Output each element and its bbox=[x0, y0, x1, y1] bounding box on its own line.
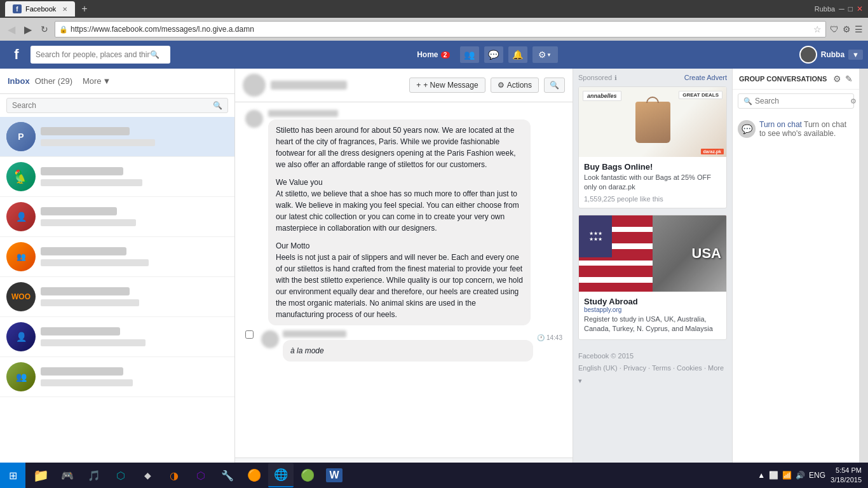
taskbar-volume-icon[interactable]: 🔊 bbox=[796, 471, 805, 480]
taskbar-item-arduino[interactable]: ⬡ bbox=[108, 463, 133, 487]
profile-avatar-nav[interactable] bbox=[799, 46, 817, 64]
taskbar-item-file-explorer[interactable]: 📁 bbox=[28, 463, 53, 487]
shield-icon-btn[interactable]: 🛡 bbox=[830, 24, 839, 34]
contact-avatar-7: 👥 bbox=[6, 362, 36, 391]
friends-icon-box[interactable]: 👥 bbox=[460, 46, 479, 63]
messages-panel: Inbox Other (29) More ▼ 🔍 P bbox=[0, 69, 235, 488]
message-content-2: à la mode bbox=[283, 330, 533, 362]
contact-preview-blurred-2 bbox=[41, 179, 142, 186]
group-conv-header: GROUP CONVERSATIONS ⚙ ✎ bbox=[733, 69, 859, 90]
footer-link-language[interactable]: English (UK) bbox=[578, 364, 618, 372]
more-tab[interactable]: More ▼ bbox=[83, 76, 111, 86]
new-message-button[interactable]: + + New Message bbox=[409, 78, 485, 93]
list-item[interactable]: 👥 bbox=[0, 237, 234, 277]
conversation-panel: + + New Message ⚙ Actions 🔍 Stiletto has… bbox=[235, 69, 573, 488]
conversation-body: Stiletto has been around for about 50 ye… bbox=[235, 102, 573, 458]
notifications-icon-box[interactable]: 🔔 bbox=[508, 46, 527, 63]
ad-body-bags: Buy Bags Online! Look fantastic with our… bbox=[579, 157, 726, 208]
facebook-nav-center: Home 2 👥 💬 🔔 ⚙ ▼ bbox=[170, 46, 799, 63]
group-conv-search-input[interactable] bbox=[755, 97, 850, 105]
actions-button[interactable]: ⚙ Actions bbox=[491, 78, 539, 93]
close-button[interactable]: ✕ bbox=[857, 4, 863, 13]
bookmark-button[interactable]: ☆ bbox=[813, 24, 822, 34]
browser-tab[interactable]: f Facebook ✕ bbox=[5, 1, 75, 17]
home-badge: 2 bbox=[441, 51, 450, 58]
group-conv-gear-button[interactable]: ⚙ bbox=[833, 74, 841, 84]
ad-brand-daraz: daraz.pk bbox=[701, 149, 724, 154]
taskbar-item-vs[interactable]: ⬡ bbox=[188, 463, 214, 487]
facebook-search-input[interactable] bbox=[36, 50, 150, 59]
a-la-mode-text: à la mode bbox=[290, 346, 324, 355]
taskbar-arrow-icon[interactable]: ▲ bbox=[757, 471, 765, 480]
app3-icon: 🎵 bbox=[88, 470, 100, 482]
contact-preview-blurred-3 bbox=[41, 219, 136, 226]
list-item[interactable]: 👥 bbox=[0, 357, 234, 397]
footer-link-cookies[interactable]: Cookies bbox=[677, 364, 702, 372]
ad-title-bags[interactable]: Buy Bags Online! bbox=[584, 162, 721, 172]
message-timestamp-2: 🕐 14:43 bbox=[537, 332, 562, 341]
list-item[interactable]: P bbox=[0, 117, 234, 157]
taskbar-language-label[interactable]: ENG bbox=[809, 471, 825, 480]
ad-body-study: Study Abroad bestapply.org Register to s… bbox=[579, 292, 726, 339]
taskbar-item-app2[interactable]: 🎮 bbox=[55, 463, 80, 487]
address-bar-input[interactable] bbox=[71, 25, 811, 34]
facebook-logo[interactable]: f bbox=[5, 43, 28, 66]
taskbar-item-matlab[interactable]: ◑ bbox=[161, 463, 187, 487]
maximize-button[interactable]: □ bbox=[848, 4, 853, 13]
facebook-main: Inbox Other (29) More ▼ 🔍 P bbox=[0, 69, 868, 488]
inbox-tab[interactable]: Inbox bbox=[8, 75, 30, 87]
conv-search-button[interactable]: 🔍 bbox=[544, 78, 565, 93]
footer-link-terms[interactable]: Terms bbox=[652, 364, 671, 372]
tab-close-button[interactable]: ✕ bbox=[62, 6, 67, 13]
taskbar-item-app3[interactable]: 🎵 bbox=[81, 463, 107, 487]
minimize-button[interactable]: ─ bbox=[839, 4, 844, 13]
taskbar-item-app9[interactable]: 🟢 bbox=[295, 463, 320, 487]
group-conv-search-bar: 🔍 ⚙ ✎ bbox=[738, 93, 854, 109]
ad-image-flag[interactable]: ★★★★★★ USA bbox=[579, 215, 726, 292]
ad-card-study: ★★★★★★ USA Study Abroad bestapply.org Re… bbox=[578, 215, 727, 340]
extensions-btn[interactable]: ⚙ bbox=[843, 24, 851, 34]
ads-header: Sponsored ℹ Create Advert bbox=[578, 74, 727, 81]
list-item[interactable]: WOO bbox=[0, 277, 234, 317]
menu-button[interactable]: ☰ bbox=[855, 24, 863, 34]
conv-contact-avatar bbox=[243, 74, 266, 97]
contact-avatar-1: P bbox=[6, 122, 36, 151]
app2-icon: 🎮 bbox=[61, 470, 74, 482]
back-button[interactable]: ◀ bbox=[5, 22, 18, 37]
message-checkbox-2[interactable] bbox=[245, 330, 254, 339]
facebook-search-button[interactable]: 🔍 bbox=[150, 50, 159, 59]
contact-preview-blurred-6 bbox=[41, 339, 146, 346]
settings-icon: ⚙ bbox=[538, 50, 546, 60]
taskbar-item-orange[interactable]: 🟠 bbox=[241, 463, 267, 487]
home-nav-item[interactable]: Home 2 bbox=[412, 48, 454, 62]
message-search-icon[interactable]: 🔍 bbox=[213, 101, 222, 110]
taskbar-sys-icons: ▲ ⬜ 📶 🔊 ENG bbox=[757, 471, 825, 480]
group-conv-compose-button[interactable]: ✎ bbox=[845, 74, 853, 84]
footer-link-privacy[interactable]: Privacy bbox=[623, 364, 646, 372]
taskbar-item-app7[interactable]: 🔧 bbox=[215, 463, 240, 487]
start-button[interactable]: ⊞ bbox=[0, 463, 25, 488]
new-tab-button[interactable]: + bbox=[81, 3, 87, 15]
nav-dropdown-button[interactable]: ▼ bbox=[848, 50, 863, 60]
messages-icon-box[interactable]: 💬 bbox=[484, 46, 503, 63]
create-advert-link[interactable]: Create Advert bbox=[684, 74, 727, 81]
list-item[interactable]: 🦜 bbox=[0, 157, 234, 197]
group-conv-item-chat[interactable]: 💬 Turn on chat Turn on chat to see who's… bbox=[738, 118, 854, 140]
nav-user-name[interactable]: Rubba bbox=[821, 50, 844, 59]
ad-title-study[interactable]: Study Abroad bbox=[584, 297, 721, 306]
refresh-button[interactable]: ↻ bbox=[38, 23, 51, 36]
turn-on-chat-link[interactable]: Turn on chat bbox=[759, 120, 802, 129]
taskbar-item-chrome[interactable]: 🌐 bbox=[268, 463, 294, 487]
taskbar-clock[interactable]: 5:54 PM 3/18/2015 bbox=[831, 466, 862, 485]
message-search-input[interactable] bbox=[12, 101, 213, 110]
taskbar-item-unity[interactable]: ◆ bbox=[135, 463, 160, 487]
taskbar-item-word[interactable]: W bbox=[322, 463, 347, 487]
other-tab[interactable]: Other (29) bbox=[35, 75, 72, 87]
forward-button[interactable]: ▶ bbox=[22, 22, 34, 37]
list-item[interactable]: 👤 bbox=[0, 197, 234, 237]
group-conv-settings-icon[interactable]: ⚙ bbox=[850, 97, 857, 105]
contact-name-blurred-6 bbox=[41, 327, 120, 336]
list-item[interactable]: 👤 bbox=[0, 317, 234, 357]
ad-image-bags[interactable]: GREAT DEALS annabelles daraz.pk bbox=[579, 87, 726, 157]
settings-icon-box[interactable]: ⚙ ▼ bbox=[532, 46, 558, 63]
